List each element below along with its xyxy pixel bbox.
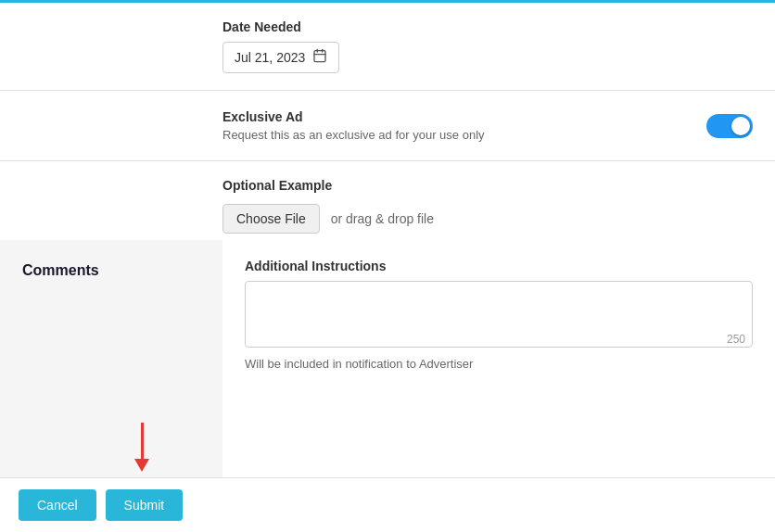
optional-example-label: Optional Example (222, 178, 753, 193)
date-input[interactable]: Jul 21, 2023 (222, 42, 339, 73)
exclusive-ad-section: Exclusive Ad Request this as an exclusiv… (0, 91, 775, 161)
optional-example-section: Optional Example Choose File or drag & d… (0, 161, 775, 240)
svg-rect-0 (314, 51, 325, 62)
ai-help-text: Will be included in notification to Adve… (245, 357, 753, 371)
cancel-button[interactable]: Cancel (19, 489, 96, 521)
date-needed-section: Date Needed Jul 21, 2023 (0, 3, 775, 91)
char-count: 250 (727, 333, 745, 346)
additional-instructions-label: Additional Instructions (245, 259, 753, 273)
additional-instructions-section: Additional Instructions 250 Will be incl… (222, 240, 775, 477)
comments-sidebar: Comments (0, 240, 222, 477)
drag-drop-text: or drag & drop file (331, 211, 434, 226)
exclusive-ad-toggle[interactable] (706, 114, 753, 138)
submit-button[interactable]: Submit (106, 489, 184, 521)
toggle-track[interactable] (706, 114, 753, 138)
exclusive-ad-subtitle: Request this as an exclusive ad for your… (222, 128, 706, 142)
main-content: Date Needed Jul 21, 2023 Exclusive Ad (0, 3, 775, 240)
exclusive-header-left: Exclusive Ad Request this as an exclusiv… (222, 109, 706, 142)
arrow-indicator (134, 423, 149, 472)
bottom-section: Comments Additional Instructions 250 Wil… (0, 240, 775, 477)
toggle-thumb (731, 117, 750, 135)
calendar-icon (312, 48, 327, 67)
exclusive-ad-label: Exclusive Ad (222, 109, 706, 124)
date-needed-label: Date Needed (222, 19, 753, 34)
textarea-wrapper: 250 (245, 281, 753, 351)
page-container: Date Needed Jul 21, 2023 Exclusive Ad (0, 3, 775, 532)
additional-instructions-input[interactable] (245, 281, 753, 348)
choose-file-button[interactable]: Choose File (222, 204, 320, 234)
footer-bar: Cancel Submit (0, 477, 775, 532)
arrow-line (141, 423, 144, 460)
exclusive-header: Exclusive Ad Request this as an exclusiv… (222, 109, 753, 142)
date-value: Jul 21, 2023 (235, 50, 305, 65)
arrow-head (134, 459, 149, 472)
file-upload-area: Choose File or drag & drop file (222, 204, 753, 234)
comments-label: Comments (22, 262, 200, 279)
